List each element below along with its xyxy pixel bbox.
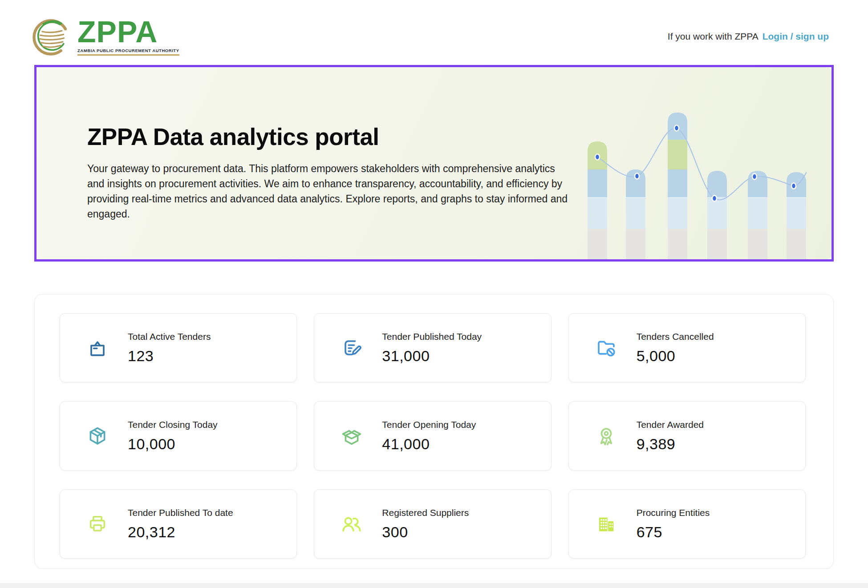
- buildings-icon: [596, 513, 617, 535]
- stat-text: Tender Published Today 31,000: [382, 331, 482, 365]
- stat-text: Procuring Entities 675: [637, 507, 710, 541]
- stat-value: 300: [382, 524, 469, 541]
- header: ZPPA ZAMBIA PUBLIC PROCUREMENT AUTHORITY…: [0, 0, 868, 64]
- suppliers-people-icon: [341, 513, 362, 535]
- stat-label: Tender Published Today: [382, 331, 482, 342]
- stat-label: Tenders Cancelled: [637, 331, 714, 342]
- stat-text: Tender Published To date 20,312: [128, 507, 233, 541]
- zppa-logo[interactable]: ZPPA ZAMBIA PUBLIC PROCUREMENT AUTHORITY: [29, 16, 179, 57]
- stat-card-tender-opening-today: Tender Opening Today 41,000: [314, 401, 551, 471]
- hero-content: ZPPA Data analytics portal Your gateway …: [37, 67, 571, 222]
- hero-chart-illustration: [588, 110, 807, 259]
- stat-value: 41,000: [382, 435, 476, 453]
- logo-tagline: ZAMBIA PUBLIC PROCUREMENT AUTHORITY: [77, 48, 179, 53]
- award-ribbon-icon: [596, 425, 617, 447]
- login-signup-link[interactable]: Login / sign up: [763, 31, 829, 42]
- work-with-zppa-text: If you work with ZPPA: [668, 31, 758, 42]
- logo-brand-text: ZPPA: [77, 18, 179, 46]
- stat-label: Procuring Entities: [637, 507, 710, 518]
- logo-gold-underline: [77, 54, 179, 56]
- stat-value: 9,389: [637, 435, 704, 453]
- package-open-icon: [341, 425, 362, 447]
- stat-card-total-active-tenders: Total Active Tenders 123: [60, 313, 297, 383]
- stat-value: 5,000: [637, 347, 714, 365]
- header-auth-area: If you work with ZPPA Login / sign up: [668, 31, 829, 42]
- hero-banner: ZPPA Data analytics portal Your gateway …: [34, 65, 834, 262]
- printer-icon: [87, 513, 108, 535]
- zppa-analytics-portal-page: ZPPA ZAMBIA PUBLIC PROCUREMENT AUTHORITY…: [0, 0, 868, 588]
- document-edit-icon: [341, 337, 362, 358]
- stat-text: Tender Opening Today 41,000: [382, 419, 476, 453]
- stat-card-procuring-entities: Procuring Entities 675: [568, 489, 806, 559]
- zppa-logo-globe-icon: [29, 16, 74, 57]
- stat-label: Total Active Tenders: [128, 331, 211, 342]
- footer-strip: [0, 583, 868, 588]
- stat-card-tender-awarded: Tender Awarded 9,389: [568, 401, 806, 471]
- stat-text: Tender Awarded 9,389: [637, 419, 704, 453]
- stat-value: 10,000: [128, 435, 218, 453]
- folder-cancelled-icon: [596, 337, 617, 358]
- stat-text: Registered Suppliers 300: [382, 507, 469, 541]
- stat-value: 675: [637, 524, 710, 541]
- stat-card-tender-published-today: Tender Published Today 31,000: [314, 313, 551, 383]
- page-title: ZPPA Data analytics portal: [87, 123, 571, 150]
- stat-card-registered-suppliers: Registered Suppliers 300: [314, 489, 551, 559]
- stat-text: Total Active Tenders 123: [128, 331, 211, 365]
- stat-label: Tender Opening Today: [382, 419, 476, 430]
- stat-value: 123: [128, 347, 211, 365]
- stat-text: Tender Closing Today 10,000: [128, 419, 218, 453]
- stat-label: Registered Suppliers: [382, 507, 469, 518]
- archive-box-icon: [87, 337, 108, 358]
- logo-text-block: ZPPA ZAMBIA PUBLIC PROCUREMENT AUTHORITY: [77, 18, 179, 56]
- stat-label: Tender Awarded: [637, 419, 704, 430]
- stat-value: 31,000: [382, 347, 482, 365]
- stat-card-tender-closing-today: Tender Closing Today 10,000: [60, 401, 297, 471]
- stat-card-tender-published-to-date: Tender Published To date 20,312: [60, 489, 297, 559]
- stat-text: Tenders Cancelled 5,000: [637, 331, 714, 365]
- stat-value: 20,312: [128, 524, 233, 541]
- stat-card-tenders-cancelled: Tenders Cancelled 5,000: [568, 313, 806, 383]
- stats-grid: Total Active Tenders 123 Tender Publishe…: [60, 313, 806, 559]
- stats-panel: Total Active Tenders 123 Tender Publishe…: [34, 294, 834, 569]
- package-closed-icon: [87, 425, 108, 447]
- stat-label: Tender Closing Today: [128, 419, 218, 430]
- stat-label: Tender Published To date: [128, 507, 233, 518]
- hero-description: Your gateway to procurement data. This p…: [87, 161, 568, 222]
